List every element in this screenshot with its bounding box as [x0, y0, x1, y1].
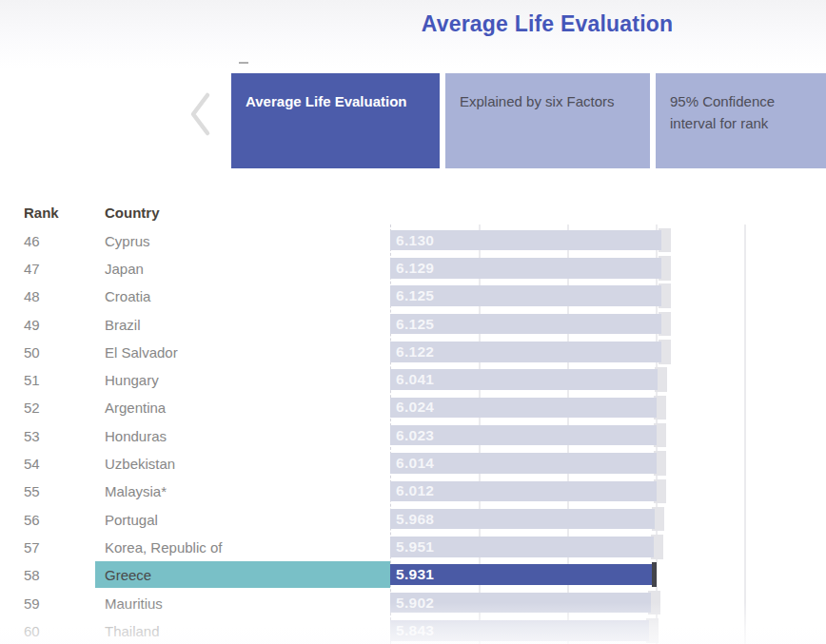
- dashboard-page: Average Life Evaluation Average Life Eva…: [0, 0, 826, 644]
- value-bar[interactable]: 5.843: [390, 620, 649, 641]
- value-bar[interactable]: 6.024: [390, 398, 657, 419]
- bar-value-label: 5.843: [396, 622, 434, 639]
- bar-value-label: 6.024: [396, 399, 434, 416]
- rank-cell: 51: [24, 372, 40, 388]
- rank-cell: 46: [24, 232, 40, 248]
- rank-cell: 56: [24, 511, 40, 527]
- country-cell: Korea, Republic of: [105, 538, 222, 555]
- rank-cell: 59: [24, 595, 40, 611]
- bar-value-label: 6.041: [396, 371, 434, 388]
- country-cell: Malaysia*: [105, 483, 167, 499]
- rank-cell: 60: [24, 622, 40, 638]
- rank-cell: 55: [24, 483, 40, 499]
- value-bar[interactable]: 6.023: [390, 425, 657, 446]
- value-bar[interactable]: 6.014: [390, 453, 657, 474]
- table-row[interactable]: 52Argentina6.024: [0, 394, 826, 421]
- country-cell: Greece: [105, 567, 151, 583]
- value-bar[interactable]: 5.951: [390, 537, 654, 557]
- rank-cell: 50: [24, 343, 40, 360]
- value-bar[interactable]: 6.125: [390, 285, 661, 306]
- table-row[interactable]: 48Croatia6.125: [0, 283, 826, 310]
- bar-value-label: 5.968: [396, 511, 434, 528]
- table-row[interactable]: 50El Salvador6.122: [0, 338, 826, 365]
- table-row[interactable]: 53Honduras6.023: [0, 421, 826, 449]
- bar-value-label: 6.125: [396, 287, 434, 304]
- value-bar[interactable]: 6.122: [390, 342, 661, 362]
- table-row[interactable]: 60Thailand5.843: [0, 616, 826, 644]
- bar-value-label: 5.931: [396, 566, 434, 583]
- value-bar[interactable]: 6.130: [390, 230, 661, 251]
- table-row[interactable]: 47Japan6.129: [0, 254, 826, 282]
- table-row[interactable]: 57Korea, Republic of5.951: [0, 533, 826, 560]
- country-cell: Mauritius: [105, 595, 163, 611]
- bar-value-label: 6.129: [396, 260, 434, 277]
- country-cell: Portugal: [105, 511, 158, 527]
- table-row[interactable]: 59Mauritius5.902: [0, 589, 826, 616]
- bar-value-label: 6.012: [396, 482, 434, 499]
- table-row[interactable]: 54Uzbekistan6.014: [0, 449, 826, 477]
- country-cell: Argentina: [105, 400, 166, 416]
- bar-value-label: 6.122: [396, 343, 434, 361]
- value-bar[interactable]: 6.041: [390, 369, 658, 390]
- rank-cell: 58: [24, 567, 40, 583]
- bar-value-label: 6.023: [396, 427, 434, 444]
- rank-cell: 48: [24, 288, 40, 304]
- country-cell: Uzbekistan: [105, 456, 175, 472]
- table-row[interactable]: 58Greece5.931: [0, 561, 826, 589]
- confidence-whisker: [652, 562, 657, 587]
- bar-value-label: 6.014: [396, 455, 434, 472]
- rank-cell: 53: [24, 427, 40, 443]
- bar-value-label: 5.951: [396, 538, 434, 556]
- bar-value-label: 5.902: [396, 595, 434, 612]
- value-bar[interactable]: 5.931: [390, 564, 653, 585]
- value-bar[interactable]: 6.129: [390, 258, 661, 279]
- country-cell: El Salvador: [105, 343, 178, 360]
- rank-cell: 54: [24, 456, 40, 472]
- country-cell: Honduras: [105, 427, 167, 443]
- table-row[interactable]: 49Brazil6.125: [0, 310, 826, 338]
- country-cell: Thailand: [105, 622, 160, 638]
- country-cell: Croatia: [105, 288, 150, 304]
- table-row[interactable]: 51Hungary6.041: [0, 366, 826, 394]
- value-bar[interactable]: 6.125: [390, 314, 661, 335]
- rank-cell: 47: [24, 260, 40, 276]
- table-row[interactable]: 56Portugal5.968: [0, 505, 826, 533]
- country-cell: Japan: [105, 260, 144, 276]
- rank-cell: 52: [24, 400, 40, 416]
- rank-cell: 49: [24, 316, 40, 332]
- country-cell: Cyprus: [105, 232, 150, 248]
- bar-value-label: 6.125: [396, 316, 434, 333]
- country-cell: Brazil: [105, 316, 141, 332]
- bar-value-label: 6.130: [396, 232, 434, 249]
- table-row[interactable]: 46Cyprus6.130: [0, 226, 826, 254]
- table-row[interactable]: 55Malaysia*6.012: [0, 478, 826, 505]
- value-bar[interactable]: 6.012: [390, 481, 657, 502]
- bar-chart: 46Cyprus6.13047Japan6.12948Croatia6.1254…: [0, 0, 826, 644]
- rank-cell: 57: [24, 538, 40, 555]
- country-cell: Hungary: [105, 372, 159, 388]
- value-bar[interactable]: 5.968: [390, 509, 655, 530]
- value-bar[interactable]: 5.902: [390, 593, 651, 614]
